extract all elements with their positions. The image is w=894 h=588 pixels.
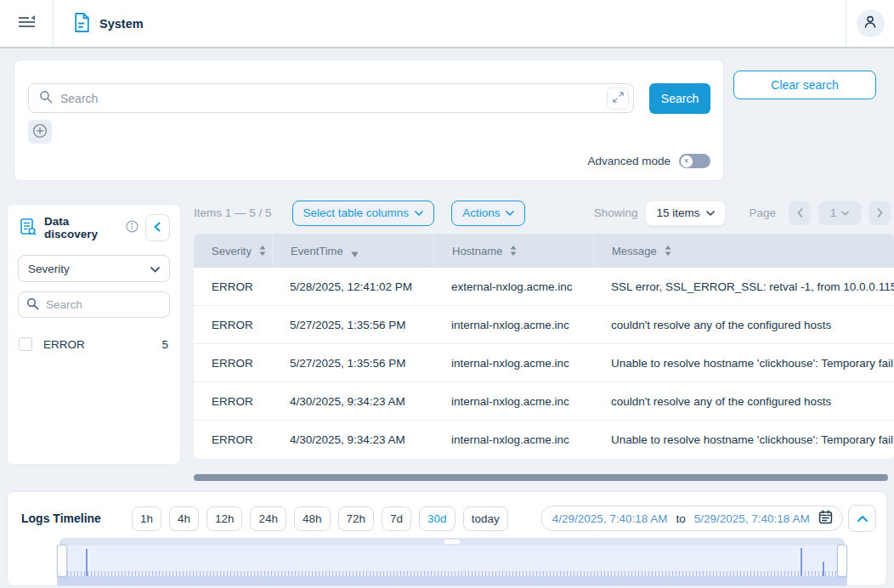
- system-document-icon: [73, 13, 91, 35]
- timeline-chart: [57, 538, 847, 586]
- clear-search-button[interactable]: Clear search: [733, 71, 876, 99]
- timeline-range-buttons: 1h 4h 12h 24h 48h 72h 7d 30d today: [132, 506, 508, 531]
- cell-hostname: internal-nxlog.acme.inc: [433, 319, 593, 331]
- collapse-panel-button[interactable]: [145, 214, 170, 241]
- column-label: EventTime: [291, 245, 343, 257]
- sort-icon: [259, 246, 266, 256]
- facet-count: 5: [161, 338, 168, 351]
- prev-page-button[interactable]: [789, 201, 811, 225]
- page-size-select[interactable]: 15 items: [645, 201, 726, 226]
- range-button-7d[interactable]: 7d: [382, 506, 411, 531]
- column-label: Message: [612, 245, 657, 257]
- range-button-24h[interactable]: 24h: [250, 506, 286, 531]
- horizontal-scrollbar[interactable]: [194, 474, 888, 481]
- timeline-bottom-band: [57, 576, 847, 585]
- search-icon: [39, 90, 53, 106]
- brush-handle-right[interactable]: [837, 545, 847, 577]
- cell-hostname: internal-nxlog.acme.inc: [433, 357, 593, 370]
- timeline-brush-area[interactable]: [57, 546, 847, 576]
- advanced-mode-label: Advanced mode: [587, 155, 670, 167]
- page-number-value: 1: [830, 206, 837, 219]
- cell-severity: ERROR: [194, 357, 272, 370]
- collapse-timeline-button[interactable]: [848, 505, 876, 532]
- advanced-mode-toggle[interactable]: ✕: [679, 154, 710, 168]
- range-button-12h[interactable]: 12h: [207, 506, 243, 531]
- expand-icon: [613, 92, 624, 105]
- date-range-picker[interactable]: 4/29/2025, 7:40:18 AM to 5/29/2025, 7:40…: [540, 506, 843, 531]
- range-button-72h[interactable]: 72h: [338, 506, 375, 531]
- column-header-severity[interactable]: Severity: [194, 234, 272, 268]
- table-row[interactable]: ERROR 5/28/2025, 12:41:02 PM external-nx…: [194, 268, 894, 306]
- next-page-button[interactable]: [869, 201, 891, 225]
- facet-checkbox[interactable]: [19, 337, 32, 351]
- table-header-row: Severity EventTime Hostname Message: [194, 234, 894, 268]
- search-input[interactable]: [60, 92, 607, 105]
- info-icon: [126, 220, 139, 235]
- facet-search-input[interactable]: [46, 298, 161, 311]
- column-header-message[interactable]: Message: [593, 234, 894, 268]
- brush-handle-left[interactable]: [57, 545, 67, 577]
- app-header: System: [0, 0, 894, 48]
- column-header-hostname[interactable]: Hostname: [433, 234, 593, 268]
- search-icon: [26, 297, 39, 313]
- calendar-icon: [818, 510, 833, 527]
- field-select-value: Severity: [28, 263, 70, 275]
- timeline-spike: [801, 548, 802, 576]
- search-button[interactable]: Search: [649, 83, 710, 114]
- add-condition-button[interactable]: [28, 120, 52, 144]
- range-button-4h[interactable]: 4h: [169, 506, 199, 531]
- select-columns-button[interactable]: Select table columns: [292, 201, 435, 226]
- cell-severity: ERROR: [194, 395, 272, 408]
- sort-desc-icon: [351, 252, 359, 257]
- log-table: Severity EventTime Hostname Message ERRO: [194, 234, 894, 459]
- chevron-down-icon: [706, 211, 715, 216]
- field-select[interactable]: Severity: [18, 255, 170, 282]
- menu-fold-button[interactable]: [18, 14, 36, 32]
- chevron-down-icon: [841, 211, 849, 216]
- data-discovery-icon: [19, 218, 37, 239]
- cell-severity: ERROR: [194, 319, 272, 331]
- table-toolbar: Items 1 — 5 / 5 Select table columns Act…: [194, 197, 894, 229]
- date-from: 4/29/2025, 7:40:18 AM: [552, 512, 668, 525]
- column-label: Hostname: [452, 245, 502, 257]
- results-region: Items 1 — 5 / 5 Select table columns Act…: [194, 197, 894, 459]
- chevron-right-icon: [877, 208, 883, 218]
- expand-search-button[interactable]: [607, 88, 629, 110]
- table-row[interactable]: ERROR 4/30/2025, 9:34:23 AM internal-nxl…: [194, 421, 894, 459]
- range-button-1h[interactable]: 1h: [132, 506, 161, 531]
- column-header-eventtime[interactable]: EventTime: [272, 234, 433, 268]
- page-size-value: 15 items: [656, 206, 699, 219]
- range-button-30d[interactable]: 30d: [419, 506, 455, 531]
- app-root: System: [0, 0, 894, 588]
- timeline-spike: [86, 549, 88, 576]
- sort-icon: [665, 246, 671, 256]
- actions-label: Actions: [462, 206, 500, 219]
- cell-eventtime: 4/30/2025, 9:34:23 AM: [272, 433, 433, 446]
- timeline-top-strip: [59, 538, 845, 546]
- table-row[interactable]: ERROR 4/30/2025, 9:34:23 AM internal-nxl…: [194, 382, 894, 421]
- table-row[interactable]: ERROR 5/27/2025, 1:35:56 PM internal-nxl…: [194, 306, 894, 344]
- user-icon: [863, 14, 878, 32]
- page-number-select[interactable]: 1: [818, 201, 861, 225]
- timeline-drag-handle[interactable]: [444, 540, 460, 544]
- column-label: Severity: [212, 245, 252, 257]
- items-summary: Items 1 — 5 / 5: [194, 206, 272, 219]
- user-avatar-button[interactable]: [857, 9, 885, 37]
- actions-button[interactable]: Actions: [451, 201, 525, 226]
- page-title: System: [99, 17, 144, 31]
- cell-message: Unable to resolve hostname 'clickhouse':…: [593, 357, 894, 370]
- cell-eventtime: 4/30/2025, 9:34:23 AM: [272, 395, 433, 408]
- cell-message: Unable to resolve hostname 'clickhouse':…: [593, 433, 894, 446]
- range-button-today[interactable]: today: [463, 506, 508, 531]
- chevron-left-icon: [152, 221, 162, 235]
- cell-message: couldn't resolve any of the configured h…: [593, 319, 894, 331]
- range-button-48h[interactable]: 48h: [294, 506, 331, 531]
- toggle-off-icon: ✕: [681, 155, 693, 167]
- table-row[interactable]: ERROR 5/27/2025, 1:35:56 PM internal-nxl…: [194, 344, 894, 382]
- page-label: Page: [749, 206, 776, 219]
- facet-label: ERROR: [43, 338, 85, 351]
- date-to: 5/29/2025, 7:40:18 AM: [694, 512, 810, 525]
- cell-hostname: internal-nxlog.acme.inc: [433, 433, 593, 446]
- chevron-left-icon: [797, 208, 803, 218]
- cell-severity: ERROR: [194, 433, 272, 446]
